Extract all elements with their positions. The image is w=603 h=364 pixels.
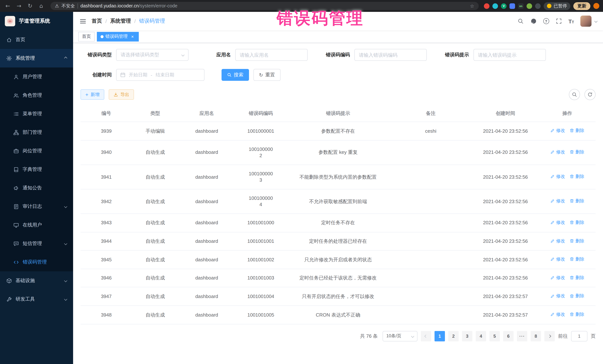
next-page-button[interactable]: [544, 331, 555, 342]
page-button-2[interactable]: 2: [448, 331, 459, 342]
back-button[interactable]: ←: [4, 2, 12, 10]
breadcrumb-system[interactable]: 系统管理: [110, 18, 131, 24]
delete-link[interactable]: 删除: [569, 174, 584, 179]
bookmark-star-icon[interactable]: ☆: [470, 3, 474, 9]
page-jump-input[interactable]: [571, 331, 587, 342]
extensions-puzzle-icon[interactable]: [535, 3, 541, 9]
add-button[interactable]: + 新增: [81, 89, 104, 100]
page-button-5[interactable]: 5: [489, 331, 500, 342]
create-time-label: 创建时间: [81, 72, 112, 78]
sidebar-item-role-management[interactable]: 角色管理: [0, 86, 73, 105]
tab-error-code-management[interactable]: 错误码管理 ×: [97, 32, 139, 41]
extension-icon-5[interactable]: on: [518, 3, 524, 9]
toggle-search-icon[interactable]: [569, 89, 580, 100]
close-icon[interactable]: ×: [130, 34, 135, 39]
sidebar-item-dev-tools[interactable]: 研发工具: [0, 290, 73, 309]
edit-link[interactable]: 修改: [550, 220, 565, 225]
browser-home-button[interactable]: ⌂: [37, 2, 45, 10]
forward-button[interactable]: →: [15, 2, 23, 10]
export-button[interactable]: 导出: [109, 89, 134, 100]
page-button-3[interactable]: 3: [462, 331, 472, 342]
delete-link[interactable]: 删除: [569, 311, 584, 317]
paused-badge[interactable]: 已暂停: [544, 2, 570, 10]
edit-link[interactable]: 修改: [550, 311, 565, 317]
extension-icon-6[interactable]: [527, 3, 532, 9]
breadcrumb-home[interactable]: 首页: [92, 18, 102, 24]
edit-link[interactable]: 修改: [550, 174, 565, 179]
avatar[interactable]: [580, 16, 591, 27]
sidebar-item-dept-management[interactable]: 部门管理: [0, 123, 73, 142]
pagination: 共 76 条 10条/页 1 2 3 4 5 6 ··· 8 前往 页: [81, 331, 596, 347]
hamburger-icon[interactable]: [79, 17, 86, 25]
fullscreen-icon[interactable]: [555, 18, 562, 24]
delete-link[interactable]: 删除: [569, 128, 584, 133]
page-size-select[interactable]: 10条/页: [383, 331, 417, 342]
error-type-select[interactable]: 请选择错误码类型: [116, 49, 188, 61]
extension-icon-1[interactable]: [484, 3, 489, 9]
pencil-icon: [550, 150, 555, 154]
update-button[interactable]: 更新: [573, 2, 590, 10]
app-name-input[interactable]: [235, 49, 308, 61]
reload-button[interactable]: ↻: [26, 2, 34, 10]
edit-link[interactable]: 修改: [550, 293, 565, 299]
refresh-table-icon[interactable]: [584, 89, 596, 100]
avatar-caret-icon[interactable]: [594, 20, 598, 23]
address-bar[interactable]: ⚠ 不安全 dashboard.yudao.iocoder.cn/system/…: [50, 2, 479, 10]
help-icon[interactable]: ?: [543, 18, 549, 24]
delete-link[interactable]: 删除: [569, 220, 584, 225]
edit-link[interactable]: 修改: [550, 275, 565, 281]
pencil-icon: [550, 199, 555, 203]
sidebar-item-dict-management[interactable]: 字典管理: [0, 160, 73, 179]
delete-link[interactable]: 删除: [569, 198, 584, 204]
chevron-down-icon: [64, 242, 67, 245]
sidebar-item-audit-log[interactable]: 审计日志: [0, 197, 73, 216]
users-icon: [13, 92, 19, 98]
date-range-input[interactable]: 开始日期 - 结束日期: [116, 69, 204, 81]
extension-icon-4[interactable]: [510, 3, 515, 9]
table-row: 3941自动生成dashboard100100000 3不能删除类型为系统内置的…: [81, 165, 596, 189]
pencil-icon: [550, 239, 555, 243]
delete-link[interactable]: 删除: [569, 293, 584, 299]
edit-link[interactable]: 修改: [550, 198, 565, 204]
reset-button[interactable]: ↻ 重置: [254, 69, 280, 81]
edit-link[interactable]: 修改: [550, 149, 565, 155]
delete-link[interactable]: 删除: [569, 238, 584, 244]
sidebar-item-online-users[interactable]: 在线用户: [0, 216, 73, 234]
extension-icon-2[interactable]: [492, 3, 498, 9]
sidebar-item-sms-management[interactable]: 短信管理: [0, 234, 73, 253]
header-search-icon[interactable]: [517, 18, 524, 24]
github-icon[interactable]: [530, 18, 537, 24]
sidebar-item-menu-management[interactable]: 菜单管理: [0, 105, 73, 123]
sidebar-item-infrastructure[interactable]: 基础设施: [0, 271, 73, 290]
edit-link[interactable]: 修改: [550, 128, 565, 133]
edit-link[interactable]: 修改: [550, 256, 565, 262]
error-hint-input[interactable]: [474, 49, 546, 61]
page-button-6[interactable]: 6: [503, 331, 514, 342]
app-logo[interactable]: 芋道管理系统: [0, 12, 73, 30]
search-button[interactable]: 搜索: [221, 69, 249, 81]
briefcase-icon: [13, 148, 19, 154]
extension-icon-3[interactable]: V: [501, 3, 507, 9]
delete-link[interactable]: 删除: [569, 275, 584, 281]
sidebar-item-user-management[interactable]: 用户管理: [0, 67, 73, 86]
plus-icon: +: [85, 92, 88, 97]
more-pages-button[interactable]: ···: [517, 331, 527, 342]
sidebar-item-error-code-management[interactable]: 错误码管理: [0, 253, 73, 271]
tab-home[interactable]: 首页: [78, 32, 95, 41]
page-button-8[interactable]: 8: [531, 331, 541, 342]
browser-profile-avatar[interactable]: [593, 3, 599, 9]
page-button-4[interactable]: 4: [476, 331, 486, 342]
chevron-down-icon: [181, 53, 185, 56]
prev-page-button[interactable]: [421, 331, 431, 342]
font-size-icon[interactable]: TT: [568, 18, 574, 24]
error-code-input[interactable]: [354, 49, 427, 61]
sidebar-item-post-management[interactable]: 岗位管理: [0, 142, 73, 160]
page-button-1[interactable]: 1: [435, 331, 445, 342]
sidebar-item-system[interactable]: 系统管理: [0, 49, 73, 67]
url-text[interactable]: dashboard.yudao.iocoder.cn/system/error-…: [81, 3, 178, 9]
sidebar-item-home[interactable]: 首页: [0, 30, 73, 49]
sidebar-item-notice[interactable]: 通知公告: [0, 179, 73, 197]
edit-link[interactable]: 修改: [550, 238, 565, 244]
delete-link[interactable]: 删除: [569, 149, 584, 155]
delete-link[interactable]: 删除: [569, 256, 584, 262]
